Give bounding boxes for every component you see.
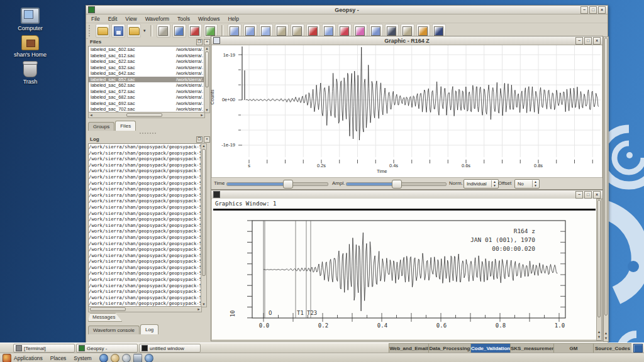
taskbar-button-untitled-window[interactable]: untitled window (139, 344, 201, 353)
toolbar-button-new-graphic[interactable] (172, 24, 186, 38)
files-dock-header[interactable]: Files ❐ × (88, 38, 212, 45)
tab-files[interactable]: Files (115, 121, 136, 131)
time-slider[interactable] (226, 182, 328, 186)
tab-log[interactable]: Log (140, 324, 158, 334)
log-line: /work/sierra/shan/geopsypack/geopsypack-… (89, 234, 201, 241)
log-hscrollbar[interactable]: ◄► (88, 306, 202, 312)
taskbar-button-geopsy-[interactable]: Geopsy - (76, 344, 138, 353)
file-name: labeled_sac_642.sac (89, 70, 176, 77)
menu-file[interactable]: File (91, 16, 100, 22)
svg-text:T1: T1 (297, 310, 304, 316)
x-tick-label: s (242, 163, 257, 168)
menu-waveform[interactable]: Waveform (145, 16, 169, 22)
geopsy-titlebar[interactable]: Geopsy - − □ × (86, 6, 608, 14)
structure-view-icon (434, 26, 443, 36)
tab-messages[interactable]: Messages (88, 313, 122, 322)
files-float-button[interactable]: ❐ (196, 39, 203, 45)
files-hscrollbar[interactable]: ◄► (88, 112, 205, 118)
ampl-slider-handle[interactable] (392, 180, 402, 189)
window-icon (142, 345, 148, 351)
file-row[interactable]: labeled_sac_692.sac/work/sierra/. (89, 101, 204, 107)
sac-x-tick-label: 0.6 (434, 322, 449, 329)
panel-menu-applications[interactable]: Applications (14, 355, 43, 361)
sac-vscrollbar[interactable]: ▲▼ (596, 199, 602, 341)
tab-waveform-console[interactable]: Waveform console (88, 326, 140, 334)
new-graphic-active-icon (190, 26, 199, 36)
menu-view[interactable]: View (125, 16, 136, 22)
workspace-tab-web_and_email[interactable]: Web_and_Email (389, 343, 428, 353)
window-selector-icon[interactable] (633, 344, 643, 353)
y-axis-title: Counts (209, 90, 215, 105)
graphic-close-button[interactable]: × (593, 37, 601, 45)
toolbar-button-open[interactable] (96, 24, 109, 38)
log-list[interactable]: /work/sierra/shan/geopsypack/geopsypack-… (88, 143, 202, 307)
tab-groups[interactable]: Groups (88, 122, 114, 131)
graphic-minimize-button[interactable]: − (575, 37, 583, 45)
toolbar-button-new-table[interactable] (157, 24, 170, 38)
new-graphic-icon (174, 26, 184, 36)
files-close-button[interactable]: × (204, 39, 210, 45)
offset-combobox[interactable]: No ▲▼ (514, 179, 540, 189)
panel-menu-places[interactable]: Places (50, 355, 67, 361)
log-float-button[interactable]: ❐ (196, 136, 203, 143)
graphic-maximize-button[interactable]: □ (584, 37, 592, 45)
toolbar-handle (89, 25, 92, 36)
toolbar-button-new-graphic-active[interactable] (188, 24, 202, 38)
distro-menu-icon[interactable] (3, 354, 11, 362)
norm-value: Individual (467, 181, 487, 187)
desktop-icon-computer[interactable]: Computer (6, 8, 54, 31)
menu-edit[interactable]: Edit (108, 16, 118, 22)
workspace-tab-sks_measurement[interactable]: SKS_measurement (510, 343, 553, 353)
menu-help[interactable]: Help (228, 16, 238, 22)
norm-combobox[interactable]: Individual ▲▼ (464, 179, 499, 189)
workspace-tab-data_processing[interactable]: Data_Processing (428, 343, 470, 353)
ampl-slider[interactable] (346, 182, 447, 186)
file-row[interactable]: labeled_sac_642.sac/work/sierra/. (89, 70, 204, 77)
file-row[interactable]: labeled_sac_672.sac/work/sierra/. (89, 89, 204, 95)
panel-menu-system[interactable]: System (74, 355, 91, 361)
graphic-titlebar[interactable]: Graphic - R164 Z − □ × (211, 36, 602, 45)
sac-close-button[interactable]: × (593, 191, 601, 199)
files-list[interactable]: labeled_sac_602.sac/work/sierra/.labeled… (88, 46, 205, 113)
close-button[interactable]: × (598, 6, 606, 14)
geopsy-window: Geopsy - − □ × FileEditViewWaveformTools… (86, 5, 608, 344)
sac-minimize-button[interactable]: − (575, 191, 583, 199)
file-row[interactable]: labeled_sac_602.sac/work/sierra/. (89, 47, 204, 53)
email-icon[interactable] (111, 354, 119, 362)
desktop-icon-trash[interactable]: Trash (6, 62, 54, 85)
file-row[interactable]: labeled_sac_622.sac/work/sierra/. (89, 58, 204, 65)
minimize-button[interactable]: − (580, 6, 588, 14)
workspace-tab-code_validation[interactable]: Code_Validation (470, 343, 510, 353)
log-close-button[interactable]: × (204, 136, 210, 143)
maximize-button[interactable]: □ (589, 6, 597, 14)
log-dock-header[interactable]: Log ❐ × (88, 136, 212, 143)
desktop-icon-shan-s-home[interactable]: shan's Home (6, 35, 54, 58)
workspace-tab-gm[interactable]: GM (553, 343, 593, 353)
taskbar-button--terminal-[interactable]: [Terminal] (13, 344, 75, 353)
sac-maximize-button[interactable]: □ (584, 191, 592, 199)
laptop-icon[interactable] (133, 354, 142, 362)
sac-window: − □ × Graphics Window: 1 OT1T23R164 zJAN… (211, 190, 603, 341)
sac-rule (213, 209, 596, 211)
toolbar-dropdown-arrow[interactable]: ▾ (143, 28, 146, 33)
log-vscrollbar[interactable]: ▲▼ (201, 143, 207, 307)
norm-spin-arrows[interactable]: ▲▼ (491, 180, 497, 187)
menu-tools[interactable]: Tools (177, 16, 190, 22)
file-path: /work/sierra/. (176, 70, 204, 77)
file-row[interactable]: labeled_sac_662.sac/work/sierra/. (89, 82, 204, 89)
web-browser-icon[interactable] (99, 354, 108, 362)
help-icon[interactable] (145, 354, 153, 362)
offset-spin-arrows[interactable]: ▲▼ (532, 180, 538, 187)
search-icon[interactable] (122, 354, 131, 362)
file-row[interactable]: labeled_sac_652.sac/work/sierra/. (89, 77, 204, 83)
toolbar-button-save[interactable] (111, 24, 125, 38)
workspace-tab-source_codes[interactable]: Source_Codes (593, 343, 631, 353)
menu-windows[interactable]: Windows (198, 16, 219, 22)
file-row[interactable]: labeled_sac_612.sac/work/sierra/. (89, 53, 204, 59)
file-row[interactable]: labeled_sac_632.sac/work/sierra/. (89, 65, 204, 71)
toolbar-button-import[interactable] (127, 24, 141, 38)
sac-titlebar[interactable]: − □ × (211, 190, 602, 199)
file-row[interactable]: labeled_sac_682.sac/work/sierra/. (89, 94, 204, 101)
mdi-vscrollbar[interactable]: ▲▼ (603, 36, 609, 342)
time-slider-handle[interactable] (283, 180, 293, 189)
